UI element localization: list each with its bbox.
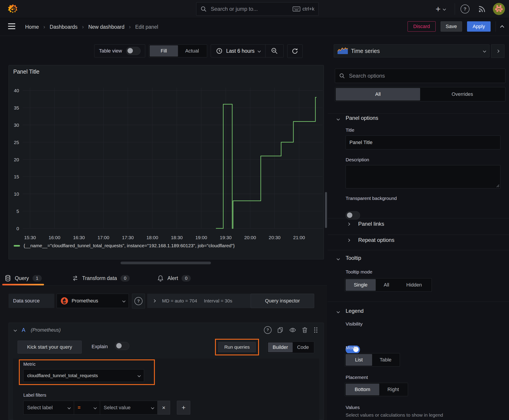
- tab-all[interactable]: All: [336, 88, 420, 100]
- legend-section-chevron-icon[interactable]: [337, 310, 340, 313]
- chevron-down-icon: [483, 49, 486, 52]
- search-icon: [200, 6, 207, 12]
- news-button[interactable]: [477, 5, 487, 14]
- svg-text:10: 10: [14, 191, 19, 196]
- discard-button[interactable]: Discard: [408, 21, 436, 32]
- save-button[interactable]: Save: [441, 21, 462, 32]
- search-shortcut-label: ctrl+k: [303, 6, 314, 12]
- bell-icon: [157, 275, 164, 282]
- explain-label: Explain: [91, 344, 108, 350]
- code-option[interactable]: Code: [293, 342, 313, 352]
- tooltip-hidden-option[interactable]: Hidden: [397, 279, 431, 291]
- svg-text:0: 0: [16, 226, 19, 231]
- question-circle-icon: ?: [461, 5, 470, 14]
- svg-text:25: 25: [14, 140, 19, 145]
- svg-text:17:00: 17:00: [97, 235, 109, 240]
- table-view-label: Table view: [99, 48, 122, 54]
- operator-dropdown[interactable]: =: [74, 401, 100, 415]
- toggle-visibility-icon[interactable]: [289, 326, 296, 334]
- add-new-button[interactable]: +: [433, 5, 448, 14]
- legend-series-label[interactable]: {__name__="cloudflared_tunnel_total_requ…: [23, 243, 235, 248]
- tooltip-header[interactable]: Tooltip: [346, 255, 361, 261]
- fill-option[interactable]: Fill: [150, 45, 178, 57]
- collapse-query-chevron-icon[interactable]: [14, 329, 17, 332]
- drag-handle-icon[interactable]: [313, 327, 318, 333]
- delete-query-icon[interactable]: [302, 327, 308, 333]
- legend-mode-list-option[interactable]: List: [346, 354, 372, 366]
- title-label: Title: [346, 128, 354, 133]
- explain-toggle[interactable]: [115, 342, 129, 350]
- panel-links-chevron-icon[interactable]: [347, 223, 350, 226]
- tab-alert[interactable]: Alert 0: [157, 271, 191, 285]
- duplicate-query-icon[interactable]: [277, 327, 284, 333]
- query-help-icon[interactable]: ?: [264, 326, 272, 334]
- tab-transform-data[interactable]: Transform data 0: [72, 271, 130, 285]
- query-ref-id[interactable]: A: [22, 327, 25, 333]
- panel-links-header[interactable]: Panel links: [358, 221, 384, 227]
- kick-start-query-button[interactable]: Kick start your query: [17, 341, 82, 354]
- zoom-out-time-button[interactable]: [266, 45, 283, 57]
- query-options-row[interactable]: MD = auto = 704 Interval = 30s: [147, 294, 261, 308]
- global-search-box[interactable]: ctrl+k: [196, 2, 319, 16]
- legend-series-marker[interactable]: [14, 245, 20, 247]
- legend-header[interactable]: Legend: [346, 308, 364, 314]
- data-source-help-button[interactable]: ?: [132, 294, 145, 308]
- actual-option[interactable]: Actual: [178, 45, 206, 57]
- time-range-picker[interactable]: Last 6 hours: [211, 48, 266, 54]
- panel-options-chevron-icon[interactable]: [337, 117, 340, 120]
- menu-toggle-button[interactable]: [8, 23, 15, 29]
- run-queries-button[interactable]: Run queries: [218, 342, 256, 352]
- collapse-header-button[interactable]: [500, 25, 504, 29]
- tooltip-single-option[interactable]: Single: [346, 279, 376, 291]
- refresh-button[interactable]: [287, 45, 303, 58]
- breadcrumb-home[interactable]: Home: [25, 24, 39, 30]
- transform-icon: [72, 275, 79, 282]
- add-filter-button[interactable]: +: [177, 401, 190, 415]
- tab-query-count: 1: [32, 275, 42, 282]
- svg-text:17:30: 17:30: [122, 235, 134, 240]
- panel-options-header[interactable]: Panel options: [346, 115, 378, 121]
- placement-right-option[interactable]: Right: [379, 384, 407, 395]
- help-button[interactable]: ?: [460, 5, 470, 14]
- time-controls: Last 6 hours: [211, 45, 284, 57]
- time-series-chart[interactable]: 051015202530354015:3016:0016:3017:0017:3…: [9, 65, 324, 242]
- collapse-options-pane-button[interactable]: [491, 45, 504, 58]
- user-avatar[interactable]: [493, 3, 505, 15]
- svg-text:5: 5: [16, 209, 19, 214]
- pane-resize-handle[interactable]: [121, 262, 211, 264]
- vertical-scrollbar[interactable]: [325, 192, 327, 228]
- svg-text:19:00: 19:00: [195, 235, 207, 240]
- select-value-dropdown[interactable]: Select value: [100, 401, 158, 415]
- legend-mode-label: Mode: [346, 345, 357, 351]
- panel-title-input[interactable]: [346, 135, 501, 150]
- legend-mode-table-option[interactable]: Table: [372, 354, 399, 366]
- metric-select[interactable]: cloudflared_tunnel_total_requests: [23, 369, 144, 382]
- tab-query[interactable]: Query 1: [5, 271, 42, 285]
- search-input[interactable]: [210, 6, 289, 12]
- remove-filter-button[interactable]: ×: [158, 401, 170, 415]
- tooltip-section-chevron-icon[interactable]: [337, 257, 340, 260]
- placement-bottom-option[interactable]: Bottom: [346, 384, 379, 395]
- tooltip-all-option[interactable]: All: [376, 279, 397, 291]
- apply-button[interactable]: Apply: [467, 21, 491, 32]
- time-range-label: Last 6 hours: [226, 48, 255, 54]
- resize-handle-icon[interactable]: [496, 184, 499, 187]
- builder-option[interactable]: Builder: [268, 342, 293, 352]
- data-source-picker[interactable]: Prometheus: [57, 294, 129, 308]
- select-label-dropdown[interactable]: Select label: [23, 401, 74, 415]
- repeat-options-chevron-icon[interactable]: [347, 239, 350, 242]
- options-search-box[interactable]: [335, 69, 505, 83]
- breadcrumb-dashboards[interactable]: Dashboards: [50, 24, 77, 30]
- repeat-options-header[interactable]: Repeat options: [358, 237, 394, 243]
- keyboard-icon: [293, 6, 300, 12]
- grafana-logo-icon[interactable]: [8, 4, 18, 14]
- metric-value: cloudflared_tunnel_total_requests: [27, 373, 135, 378]
- tab-overrides[interactable]: Overrides: [420, 88, 504, 100]
- description-textarea[interactable]: [346, 165, 501, 188]
- options-search-input[interactable]: [349, 73, 501, 79]
- svg-text:18:30: 18:30: [171, 235, 183, 240]
- query-inspector-button[interactable]: Query inspector: [251, 294, 314, 308]
- visualization-picker[interactable]: Time series: [334, 45, 489, 57]
- table-view-toggle[interactable]: [126, 47, 140, 55]
- breadcrumb-new-dashboard[interactable]: New dashboard: [88, 24, 124, 30]
